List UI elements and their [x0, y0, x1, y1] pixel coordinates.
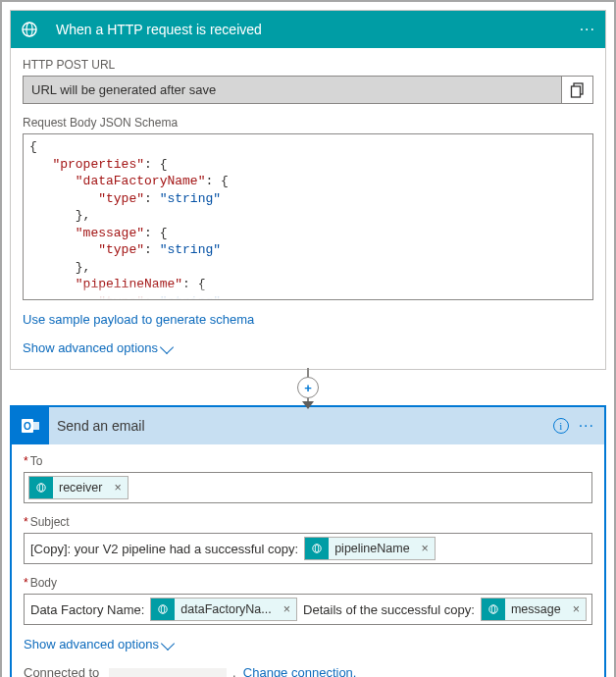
- http-url-field: URL will be generated after save: [23, 76, 562, 104]
- send-email-card: O Send an email i ··· To receiver ×: [10, 405, 606, 677]
- body-text-1: Data Factory Name:: [28, 602, 146, 617]
- copy-icon: [570, 82, 586, 98]
- body-input[interactable]: Data Factory Name: dataFactoryNa... × De…: [24, 594, 592, 625]
- outlook-icon: O: [12, 407, 49, 444]
- token-label: message: [505, 599, 567, 620]
- token-pipelinename[interactable]: pipelineName ×: [304, 537, 436, 560]
- token-datafactoryname[interactable]: dataFactoryNa... ×: [150, 598, 297, 621]
- subject-input[interactable]: [Copy]: your V2 pipeline had a successfu…: [24, 533, 592, 564]
- email-show-advanced-link[interactable]: Show advanced options: [24, 637, 173, 651]
- http-advanced-label: Show advanced options: [23, 340, 158, 355]
- token-remove-icon[interactable]: ×: [567, 599, 586, 620]
- http-card-header[interactable]: When a HTTP request is received ···: [11, 11, 605, 48]
- svg-point-8: [37, 484, 45, 492]
- token-remove-icon[interactable]: ×: [278, 599, 296, 620]
- connector: +: [10, 370, 606, 405]
- http-show-advanced-link[interactable]: Show advanced options: [23, 340, 172, 355]
- change-connection-link[interactable]: Change connection.: [243, 665, 357, 677]
- svg-point-14: [489, 605, 497, 613]
- svg-point-10: [313, 545, 321, 552]
- token-remove-icon[interactable]: ×: [108, 477, 127, 498]
- svg-point-15: [491, 605, 495, 613]
- email-card-header[interactable]: O Send an email i ···: [12, 407, 604, 444]
- http-card-title: When a HTTP request is received: [48, 22, 580, 37]
- body-text-2: Details of the successful copy:: [301, 602, 477, 617]
- to-label: To: [24, 454, 592, 468]
- connection-row: Connected to . Change connection.: [24, 665, 592, 677]
- token-receiver[interactable]: receiver ×: [28, 476, 128, 499]
- use-sample-payload-link[interactable]: Use sample payload to generate schema: [23, 312, 254, 327]
- token-label: dataFactoryNa...: [175, 599, 277, 620]
- body-label: Body: [24, 576, 592, 590]
- schema-label: Request Body JSON Schema: [23, 116, 593, 130]
- svg-point-11: [315, 545, 319, 552]
- token-icon: [151, 599, 175, 620]
- svg-point-12: [159, 605, 167, 613]
- email-card-menu-icon[interactable]: ···: [579, 417, 594, 435]
- token-icon: [305, 538, 329, 559]
- copy-url-button[interactable]: [562, 76, 593, 104]
- email-card-title: Send an email: [49, 418, 553, 434]
- chevron-down-icon: [160, 339, 174, 353]
- token-message[interactable]: message ×: [481, 598, 587, 621]
- http-card-menu-icon[interactable]: ···: [580, 21, 595, 38]
- email-advanced-label: Show advanced options: [24, 637, 159, 651]
- to-input[interactable]: receiver ×: [24, 472, 592, 503]
- token-remove-icon[interactable]: ×: [416, 538, 435, 559]
- schema-textarea[interactable]: { "properties": { "dataFactoryName": { "…: [23, 133, 593, 300]
- token-icon: [29, 477, 53, 498]
- token-label: pipelineName: [329, 538, 415, 559]
- arrow-down-icon: [302, 401, 314, 409]
- svg-rect-7: [32, 422, 39, 430]
- info-icon[interactable]: i: [553, 418, 569, 434]
- http-request-icon: [11, 11, 48, 48]
- svg-point-13: [162, 605, 166, 613]
- add-step-button[interactable]: +: [297, 377, 319, 398]
- subject-label: Subject: [24, 515, 592, 529]
- subject-text: [Copy]: your V2 pipeline had a successfu…: [28, 542, 300, 556]
- http-url-label: HTTP POST URL: [23, 58, 593, 72]
- http-trigger-card: When a HTTP request is received ··· HTTP…: [10, 10, 606, 370]
- chevron-down-icon: [161, 636, 175, 650]
- svg-point-9: [39, 484, 43, 492]
- token-label: receiver: [53, 477, 108, 498]
- svg-text:O: O: [24, 421, 31, 432]
- token-icon: [482, 599, 505, 620]
- connected-account: [109, 668, 227, 677]
- svg-rect-4: [571, 86, 580, 97]
- connected-to-label: Connected to: [24, 665, 99, 677]
